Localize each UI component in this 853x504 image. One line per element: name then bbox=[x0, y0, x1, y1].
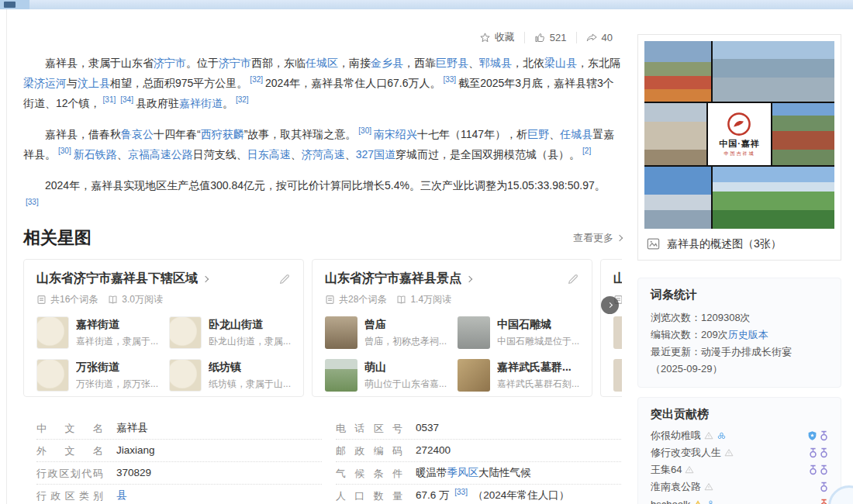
inline-link[interactable]: 济宁市 bbox=[219, 57, 251, 69]
inline-link[interactable]: 梁济运河 bbox=[23, 77, 67, 89]
warn-gray bbox=[724, 448, 734, 457]
inline-link[interactable]: 日东高速 bbox=[247, 148, 291, 161]
favorite-button[interactable]: 收藏 bbox=[470, 30, 524, 44]
see-more-link[interactable]: 查看更多 bbox=[573, 231, 622, 245]
inline-link[interactable]: 巨野县 bbox=[436, 57, 468, 69]
starmap-item[interactable]: 纸坊镇纸坊镇，隶属于山... bbox=[169, 359, 291, 392]
starmap-item-thumbnail[interactable] bbox=[613, 316, 622, 349]
starmap-card-title[interactable]: 山东 bbox=[613, 271, 622, 287]
jiaxiang-seal-image[interactable]: 中国·嘉祥中国吉祥城 bbox=[708, 103, 770, 165]
starmap-item-thumbnail[interactable] bbox=[325, 359, 357, 392]
inline-link[interactable]: 任城区 bbox=[306, 57, 338, 69]
starmap-item[interactable]: 曾庙曾庙，初称忠孝祠... bbox=[325, 316, 447, 349]
reference-sup[interactable]: [32] bbox=[250, 75, 263, 84]
contributor-name[interactable]: 你很幼稚哦 bbox=[651, 429, 727, 443]
contributor-name-text: 淮南袁公路 bbox=[651, 480, 701, 494]
starmap-item[interactable] bbox=[613, 316, 622, 349]
warn-gray bbox=[704, 431, 713, 440]
gallery-caption[interactable]: 嘉祥县的概述图（3张） bbox=[646, 236, 833, 251]
infobox-row: 气候条件暖温带季风区大陆性气候 bbox=[336, 462, 621, 485]
starmap-item[interactable]: 嘉祥武氏墓群...嘉祥武氏墓群石刻... bbox=[458, 359, 579, 392]
card-entry-count: 共28个词条 bbox=[339, 293, 386, 306]
contributor-name[interactable]: 王集64 bbox=[651, 463, 694, 477]
card-title-text: 山东 bbox=[613, 271, 622, 287]
contributor-name[interactable]: 淮南袁公路 bbox=[651, 480, 713, 494]
starmap-item[interactable]: 萌山萌山位于山东省嘉... bbox=[325, 359, 447, 392]
inline-link[interactable]: 鲁哀公 bbox=[121, 128, 154, 140]
stats-row: 浏览次数：1209308次 bbox=[651, 309, 828, 326]
reference-sup[interactable]: [30] bbox=[58, 147, 71, 155]
card-entry-count: 共16个词条 bbox=[50, 293, 98, 306]
reference-sup[interactable]: [32] bbox=[236, 95, 249, 104]
starmap-item[interactable]: 万张街道万张街道，原万张... bbox=[36, 359, 158, 392]
history-versions-link[interactable]: 历史版本 bbox=[728, 329, 768, 340]
starmap-item-thumbnail[interactable] bbox=[36, 316, 69, 349]
inline-link[interactable]: 327国道 bbox=[356, 148, 395, 161]
inline-link[interactable]: 梁山县 bbox=[544, 57, 577, 69]
reference-sup[interactable]: [33] bbox=[26, 198, 39, 206]
stats-row: 编辑次数：209次历史版本 bbox=[651, 326, 828, 343]
text-run: 、 bbox=[291, 148, 302, 161]
starmap-item-thumbnail[interactable] bbox=[169, 359, 202, 392]
starmap-item[interactable] bbox=[613, 359, 622, 392]
starmap-card-title[interactable]: 山东省济宁市嘉祥县景点 bbox=[325, 271, 471, 287]
inline-link[interactable]: 嘉祥街道 bbox=[179, 97, 223, 109]
inline-link[interactable]: 济宁市 bbox=[154, 57, 186, 69]
contributors-title: 突出贡献榜 bbox=[651, 407, 828, 422]
reference-sup[interactable]: [30] bbox=[358, 126, 371, 135]
starmap-item-name: 嘉祥街道 bbox=[76, 318, 158, 332]
reference-sup[interactable]: [34] bbox=[120, 95, 133, 104]
starmap-item[interactable]: 卧龙山街道卧龙山街道，隶属... bbox=[169, 316, 291, 349]
browser-menu-icon[interactable] bbox=[4, 2, 16, 8]
starmap-item[interactable]: 中国石雕城中国石雕城是位于... bbox=[458, 316, 579, 349]
reference-sup[interactable]: [31] bbox=[103, 95, 116, 104]
inline-link[interactable]: 南宋绍兴 bbox=[374, 128, 417, 140]
edit-pencil-icon[interactable] bbox=[567, 273, 579, 285]
starmap-item-texts: 嘉祥武氏墓群...嘉祥武氏墓群石刻... bbox=[497, 361, 579, 391]
infobox-row: 电话区号0537 bbox=[336, 417, 621, 440]
starmap-item-thumbnail[interactable] bbox=[613, 359, 622, 392]
reference-sup[interactable]: [33] bbox=[443, 75, 456, 84]
share-button[interactable]: 40 bbox=[576, 32, 622, 43]
book-icon bbox=[108, 295, 118, 305]
inline-link[interactable]: 京福高速公路 bbox=[128, 148, 193, 161]
starmap-item-thumbnail[interactable] bbox=[458, 359, 490, 392]
starmap-card-title[interactable]: 山东省济宁市嘉祥县下辖区域 bbox=[36, 271, 208, 287]
temple-flowers-image[interactable] bbox=[644, 41, 711, 102]
inline-link[interactable]: 巨野 bbox=[527, 128, 549, 140]
starmap-item-thumbnail[interactable] bbox=[458, 316, 490, 349]
golf-course-image[interactable] bbox=[713, 167, 834, 229]
inline-link[interactable]: 金乡县 bbox=[371, 57, 403, 69]
inline-link[interactable]: 西狩获麟 bbox=[201, 128, 244, 140]
contributor-name[interactable]: 修行改变我人生 bbox=[651, 446, 734, 460]
contributor-name[interactable]: bschoolk bbox=[651, 499, 716, 504]
starmap-item-thumbnail[interactable] bbox=[36, 359, 69, 392]
reference-sup[interactable]: [33] bbox=[454, 488, 468, 496]
stone-archway-image[interactable] bbox=[644, 167, 711, 229]
stone-pillars-image[interactable] bbox=[644, 103, 706, 165]
city-aerial-image[interactable] bbox=[713, 41, 834, 102]
infobox-label: 行政区划代码 bbox=[36, 466, 103, 481]
inline-link[interactable]: 济菏高速 bbox=[302, 148, 345, 161]
inline-link[interactable]: 季风区 bbox=[447, 467, 479, 478]
inline-link[interactable]: 县 bbox=[116, 489, 127, 501]
inline-link[interactable]: 新石铁路 bbox=[74, 148, 117, 161]
contributor-badges bbox=[807, 430, 828, 441]
card-title-row: 山东省济宁市嘉祥县景点 bbox=[325, 271, 579, 287]
reference-sup[interactable]: [2] bbox=[582, 147, 591, 155]
like-button[interactable]: 521 bbox=[524, 32, 576, 43]
starmap-item[interactable]: 嘉祥街道嘉祥街道，隶属于... bbox=[36, 316, 158, 349]
inline-link[interactable]: 任城县 bbox=[560, 128, 592, 140]
inline-link[interactable]: 汶上县 bbox=[78, 77, 110, 89]
infobox-row: 人口数量67.6 万 [33] （2024年常住人口） bbox=[336, 485, 621, 504]
edit-pencil-icon[interactable] bbox=[278, 273, 291, 285]
carousel-next-button[interactable] bbox=[601, 296, 619, 314]
card-items-grid: 曾庙曾庙，初称忠孝祠...中国石雕城中国石雕城是位于...萌山萌山位于山东省嘉.… bbox=[325, 316, 579, 392]
inline-link[interactable]: 郓城县 bbox=[479, 57, 512, 69]
starmap-item-thumbnail[interactable] bbox=[325, 316, 357, 349]
share-icon bbox=[586, 32, 598, 43]
pagoda-image[interactable] bbox=[772, 103, 834, 165]
picture-icon bbox=[646, 236, 661, 251]
chevron-right-icon bbox=[616, 235, 623, 241]
starmap-item-thumbnail[interactable] bbox=[169, 316, 202, 349]
